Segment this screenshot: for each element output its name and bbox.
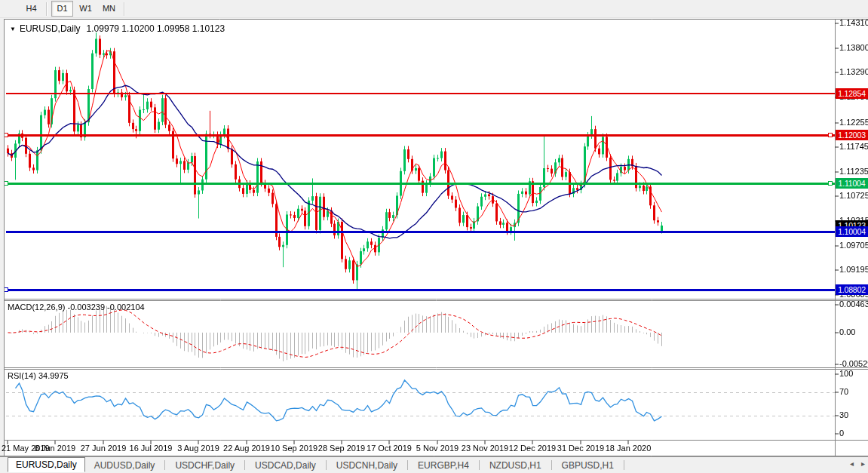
tab-nzdusd-h1[interactable]: NZDUSD,H1: [480, 459, 551, 472]
tab-separator: [164, 460, 165, 470]
chart-symbol-label: EURUSD,Daily: [20, 23, 81, 34]
chart-ohlc-values: 1.09979 1.10200 1.09958 1.10123: [87, 23, 225, 34]
timeframe-button-h4[interactable]: H4: [20, 1, 42, 17]
timeframe-toolbar: H4D1W1MN: [0, 0, 868, 18]
tab-separator: [244, 460, 245, 470]
tab-separator: [551, 460, 552, 470]
tab-gbpusd-h1[interactable]: GBPUSD,H1: [553, 459, 623, 472]
tab-usdcad-daily[interactable]: USDCAD,Daily: [246, 459, 325, 472]
toolbar-separator: [46, 2, 48, 16]
chart-title: ▼EURUSD,Daily1.09979 1.10200 1.09958 1.1…: [10, 23, 225, 34]
tab-scroll-right-icon[interactable]: ▸: [861, 459, 865, 468]
tab-bar: EURUSD,DailyAUDUSD,DailyUSDCHF,DailyUSDC…: [0, 456, 868, 473]
tab-eurusd-daily[interactable]: EURUSD,Daily: [8, 457, 85, 472]
tab-usdchf-daily[interactable]: USDCHF,Daily: [166, 459, 244, 472]
tab-eurgbp-h4[interactable]: EURGBP,H4: [409, 459, 478, 472]
timeframe-button-w1[interactable]: W1: [75, 1, 97, 17]
tab-separator: [479, 460, 480, 470]
chart-canvas[interactable]: [0, 0, 868, 473]
tab-usdcnh-daily[interactable]: USDCNH,Daily: [327, 459, 406, 472]
symbol-dropdown-icon[interactable]: ▼: [10, 26, 16, 32]
tab-separator: [407, 460, 408, 470]
tab-separator: [326, 460, 327, 470]
tab-scroll-left-icon[interactable]: ◂: [850, 459, 854, 468]
tab-scroll-arrows: ◂▸: [850, 459, 865, 468]
timeframe-button-d1[interactable]: D1: [51, 1, 73, 17]
timeframe-button-mn[interactable]: MN: [98, 1, 120, 17]
toolbar-separator: [124, 2, 125, 16]
tab-separator: [624, 460, 624, 470]
tab-audusd-daily[interactable]: AUDUSD,Daily: [85, 459, 164, 472]
